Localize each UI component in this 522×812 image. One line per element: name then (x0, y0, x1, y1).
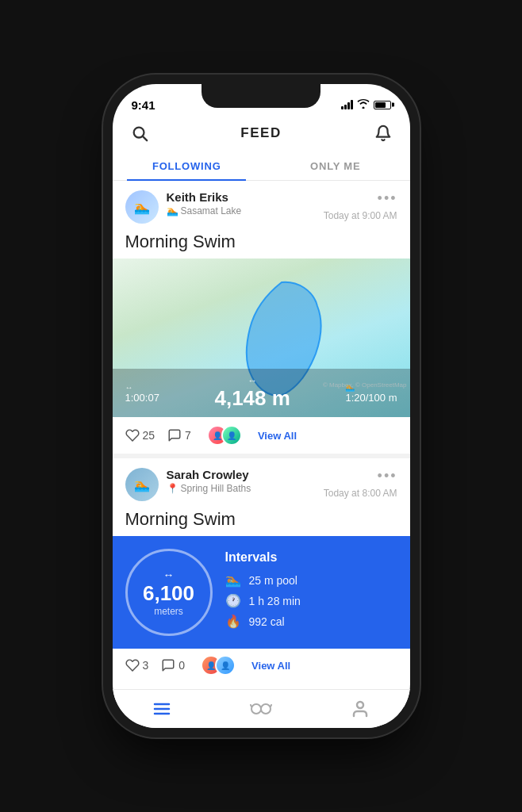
participant-avatar-1b: 👤 (221, 425, 242, 446)
svg-line-8 (251, 705, 251, 707)
calories-item: 🔥 992 cal (225, 614, 301, 629)
wifi-icon (357, 99, 370, 111)
page-title: FEED (240, 125, 281, 141)
view-all-button-2[interactable]: View All (251, 660, 290, 672)
svg-line-9 (271, 705, 271, 707)
more-options-button-2[interactable]: ••• (378, 468, 397, 485)
comment-button-1[interactable]: 7 (167, 428, 191, 442)
feed-card-1: 🏊 Keith Eriks 🏊 Sasamat Lake ••• Today a… (113, 181, 410, 458)
svg-line-1 (143, 136, 147, 140)
person-icon (351, 699, 370, 718)
circle-distance-value: 6,100 (143, 583, 194, 603)
search-button[interactable] (129, 122, 151, 144)
participant-avatars-1: 👤 👤 (207, 425, 242, 446)
card-user-1: 🏊 Keith Eriks 🏊 Sasamat Lake (125, 190, 242, 224)
view-all-button-1[interactable]: View All (258, 430, 297, 442)
bottom-nav (113, 689, 410, 728)
participant-avatars-2: 👤 👤 (201, 655, 236, 676)
tabs: FOLLOWING ONLY ME (113, 152, 410, 181)
user-name-keith: Keith Eriks (167, 190, 242, 204)
distance-arrow-icon: ↔ (163, 569, 175, 581)
goggles-icon (250, 702, 272, 716)
menu-icon (152, 699, 171, 718)
location-pin-icon: 📍 (167, 483, 178, 494)
battery-icon (374, 101, 391, 109)
card-meta-1: ••• Today at 9:00 AM (324, 190, 397, 221)
map-area-1[interactable]: © Mapbox, © OpenStreetMap ↔ 1:00:07 ↔ 4,… (113, 259, 410, 417)
svg-point-10 (357, 702, 363, 708)
duration-item: 🕐 1 h 28 min (225, 593, 301, 608)
map-duration: ↔ 1:00:07 (125, 383, 159, 404)
card-header-2: 🏊 Sarah Crowley 📍 Spring Hill Baths ••• … (113, 458, 410, 506)
pool-size-item: 🏊 25 m pool (225, 573, 301, 588)
card-actions-2: 3 0 👤 👤 View All (113, 649, 410, 676)
status-time: 9:41 (132, 98, 155, 112)
user-name-sarah: Sarah Crowley (167, 468, 251, 481)
post-time-2: Today at 8:00 AM (324, 488, 397, 499)
like-button-2[interactable]: 3 (125, 658, 149, 672)
like-button-1[interactable]: 25 (125, 428, 155, 442)
feed-content: 🏊 Keith Eriks 🏊 Sasamat Lake ••• Today a… (113, 181, 410, 676)
pool-icon: 🏊 (225, 573, 241, 588)
card-meta-2: ••• Today at 8:00 AM (324, 468, 397, 499)
workout-details: Intervals 🏊 25 m pool 🕐 1 h 28 min 🔥 992… (225, 550, 301, 634)
user-info-keith: Keith Eriks 🏊 Sasamat Lake (167, 190, 242, 216)
circle-distance-unit: meters (154, 606, 183, 617)
tab-following[interactable]: FOLLOWING (113, 152, 262, 180)
fire-icon: 🔥 (225, 614, 241, 629)
post-title-1: Morning Swim (113, 228, 410, 259)
like-count-2: 3 (143, 659, 149, 672)
feed-card-2: 🏊 Sarah Crowley 📍 Spring Hill Baths ••• … (113, 458, 410, 676)
svg-point-5 (251, 704, 261, 714)
avatar-keith: 🏊 (125, 190, 159, 224)
svg-point-6 (261, 704, 271, 714)
notifications-button[interactable] (372, 122, 394, 144)
nav-feed[interactable] (113, 690, 212, 728)
comment-button-2[interactable]: 0 (161, 658, 185, 672)
comment-count-1: 7 (185, 429, 191, 442)
distance-circle: ↔ 6,100 meters (125, 549, 213, 636)
post-title-2: Morning Swim (113, 506, 410, 536)
signal-icon (341, 100, 353, 109)
user-location-sarah: 📍 Spring Hill Baths (167, 483, 251, 494)
user-location-keith: 🏊 Sasamat Lake (167, 205, 242, 216)
user-info-sarah: Sarah Crowley 📍 Spring Hill Baths (167, 468, 251, 494)
card-header-1: 🏊 Keith Eriks 🏊 Sasamat Lake ••• Today a… (113, 181, 410, 228)
map-pace: 🏊 1:20/100 m (345, 383, 397, 404)
participant-avatar-2b: 👤 (215, 655, 236, 676)
tab-only-me[interactable]: ONLY ME (261, 152, 410, 180)
nav-goggles[interactable] (212, 690, 311, 728)
app-header: FEED (113, 119, 410, 152)
more-options-button-1[interactable]: ••• (378, 190, 397, 207)
map-stats-1: ↔ 1:00:07 ↔ 4,148 m 🏊 1:20/100 m (113, 369, 410, 417)
like-count-1: 25 (143, 429, 155, 442)
workout-type-label: Intervals (225, 550, 301, 565)
card-user-2: 🏊 Sarah Crowley 📍 Spring Hill Baths (125, 468, 251, 501)
comment-count-2: 0 (178, 659, 185, 672)
clock-icon: 🕐 (225, 593, 241, 608)
post-time-1: Today at 9:00 AM (324, 210, 397, 221)
map-distance: 4,148 m (214, 386, 290, 410)
workout-stats-card: ↔ 6,100 meters Intervals 🏊 25 m pool 🕐 1… (113, 536, 410, 649)
card-actions-1: 25 7 👤 👤 View All (113, 417, 410, 454)
nav-profile[interactable] (311, 690, 410, 728)
swim-location-icon: 🏊 (167, 205, 178, 216)
avatar-sarah: 🏊 (125, 468, 159, 501)
status-icons (341, 99, 391, 111)
